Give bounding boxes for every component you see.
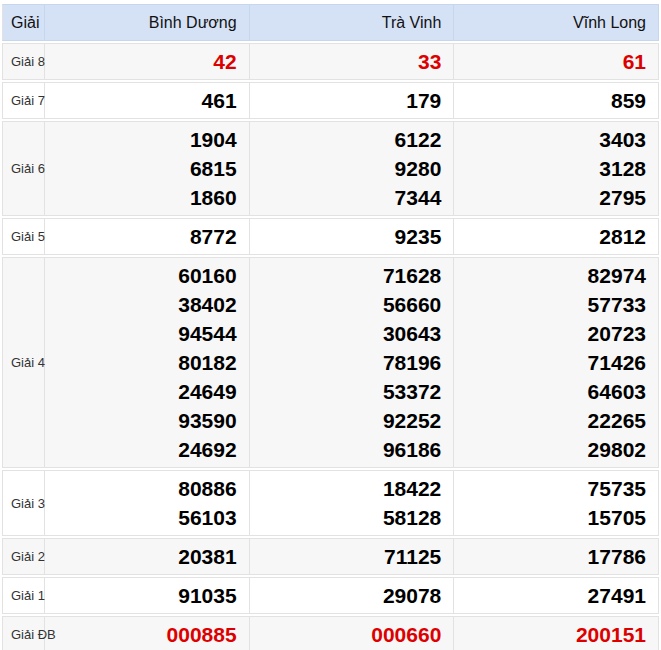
result-number: 56103 [45, 503, 237, 532]
result-cell: 9235 [250, 218, 455, 255]
result-number: 56660 [250, 290, 442, 319]
table-header-row: Giải Bình Dương Trà Vinh Vĩnh Long [2, 4, 659, 41]
prize-label: Giải 2 [2, 538, 45, 575]
result-number: 000885 [45, 620, 237, 649]
result-number: 15705 [454, 503, 646, 532]
result-number: 200151 [454, 620, 646, 649]
result-number: 80182 [45, 348, 237, 377]
result-number: 7344 [250, 183, 442, 212]
result-number: 60160 [45, 261, 237, 290]
result-number: 1904 [45, 125, 237, 154]
result-number: 24649 [45, 377, 237, 406]
result-cell: 42 [45, 43, 250, 80]
result-number: 3403 [454, 125, 646, 154]
result-number: 1860 [45, 183, 237, 212]
result-number: 42 [45, 47, 237, 76]
result-number: 6122 [250, 125, 442, 154]
result-number: 71628 [250, 261, 442, 290]
table-body: Giải 8423361Giải 7461179859Giải 61904681… [2, 43, 659, 650]
result-number: 000660 [250, 620, 442, 649]
lottery-results-table: Giải Bình Dương Trà Vinh Vĩnh Long Giải … [2, 2, 659, 650]
prize-row: Giải 5877292352812 [2, 218, 659, 255]
prize-row: Giải 1910352907827491 [2, 577, 659, 614]
result-number: 29802 [454, 435, 646, 464]
prize-row: Giải 46016038402945448018224649935902469… [2, 257, 659, 468]
result-number: 38402 [45, 290, 237, 319]
result-number: 29078 [250, 581, 442, 610]
prize-row: Giải 2203817112517786 [2, 538, 659, 575]
result-cell: 33 [250, 43, 455, 80]
result-cell: 8772 [45, 218, 250, 255]
result-cell: 71125 [250, 538, 455, 575]
result-number: 179 [250, 86, 442, 115]
result-number: 859 [454, 86, 646, 115]
result-number: 33 [250, 47, 442, 76]
result-cell: 612292807344 [250, 121, 455, 216]
result-cell: 71628566603064378196533729225296186 [250, 257, 455, 468]
result-number: 93590 [45, 406, 237, 435]
result-number: 78196 [250, 348, 442, 377]
result-number: 92252 [250, 406, 442, 435]
result-cell: 29078 [250, 577, 455, 614]
result-number: 9235 [250, 222, 442, 251]
result-cell: 61 [454, 43, 659, 80]
result-number: 20723 [454, 319, 646, 348]
column-header-binh-duong: Bình Dương [45, 4, 250, 41]
prize-row: Giải 8423361 [2, 43, 659, 80]
result-number: 17786 [454, 542, 646, 571]
result-number: 96186 [250, 435, 442, 464]
result-number: 64603 [454, 377, 646, 406]
result-cell: 60160384029454480182246499359024692 [45, 257, 250, 468]
result-number: 94544 [45, 319, 237, 348]
prize-label: Giải 5 [2, 218, 45, 255]
prize-label: Giải ĐB [2, 616, 45, 650]
result-number: 6815 [45, 154, 237, 183]
result-cell: 461 [45, 82, 250, 119]
result-cell: 340331282795 [454, 121, 659, 216]
prize-row: Giải 3808865610318422581287573515705 [2, 470, 659, 536]
result-cell: 91035 [45, 577, 250, 614]
result-number: 91035 [45, 581, 237, 610]
prize-label: Giải 6 [2, 121, 45, 216]
result-number: 3128 [454, 154, 646, 183]
result-number: 20381 [45, 542, 237, 571]
result-number: 8772 [45, 222, 237, 251]
result-cell: 200151 [454, 616, 659, 650]
column-header-vinh-long: Vĩnh Long [454, 4, 659, 41]
result-number: 22265 [454, 406, 646, 435]
result-cell: 17786 [454, 538, 659, 575]
column-header-tra-vinh: Trà Vinh [250, 4, 455, 41]
result-number: 18422 [250, 474, 442, 503]
prize-label: Giải 4 [2, 257, 45, 468]
result-number: 2812 [454, 222, 646, 251]
result-number: 82974 [454, 261, 646, 290]
result-cell: 859 [454, 82, 659, 119]
prize-label: Giải 7 [2, 82, 45, 119]
result-cell: 7573515705 [454, 470, 659, 536]
prize-row: Giải 7461179859 [2, 82, 659, 119]
prize-column-header: Giải [2, 4, 45, 41]
prize-row: Giải ĐB000885000660200151 [2, 616, 659, 650]
result-cell: 27491 [454, 577, 659, 614]
result-number: 30643 [250, 319, 442, 348]
prize-label: Giải 1 [2, 577, 45, 614]
result-cell: 000660 [250, 616, 455, 650]
result-cell: 2812 [454, 218, 659, 255]
result-cell: 179 [250, 82, 455, 119]
result-number: 71426 [454, 348, 646, 377]
prize-label: Giải 8 [2, 43, 45, 80]
result-number: 75735 [454, 474, 646, 503]
result-cell: 1842258128 [250, 470, 455, 536]
prize-row: Giải 61904681518606122928073443403312827… [2, 121, 659, 216]
result-number: 2795 [454, 183, 646, 212]
result-number: 9280 [250, 154, 442, 183]
result-cell: 20381 [45, 538, 250, 575]
result-number: 61 [454, 47, 646, 76]
result-number: 80886 [45, 474, 237, 503]
result-number: 58128 [250, 503, 442, 532]
result-number: 27491 [454, 581, 646, 610]
result-number: 53372 [250, 377, 442, 406]
prize-label: Giải 3 [2, 470, 45, 536]
result-cell: 82974577332072371426646032226529802 [454, 257, 659, 468]
result-number: 71125 [250, 542, 442, 571]
